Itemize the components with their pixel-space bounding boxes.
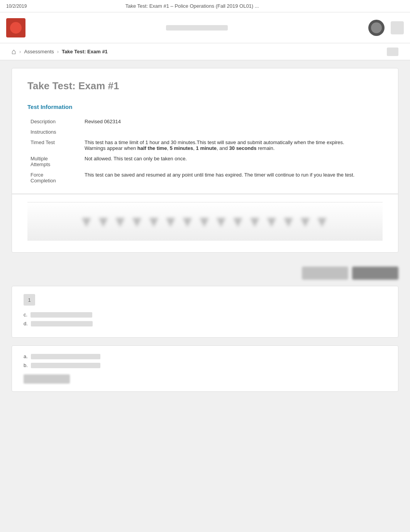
answer-option-d: d.: [24, 321, 386, 326]
question-1-number: 1: [24, 294, 35, 306]
header-row: [0, 12, 410, 43]
blurred-content: ▼▼▼▼▼▼▼▼▼▼▼▼▼▼▼: [79, 213, 331, 230]
cancel-button[interactable]: [302, 267, 348, 280]
answer-option-b: b.: [24, 362, 386, 368]
multiple-attempts-label: MultipleAttempts: [27, 153, 81, 170]
timed-test-value: This test has a time limit of 1 hour and…: [81, 137, 383, 153]
logo-icon: [10, 22, 22, 34]
page-title: Take Test: Exam #1: [27, 80, 383, 92]
top-bar-date: 10/2/2019: [6, 3, 27, 9]
breadcrumb-current: Take Test: Exam #1: [62, 49, 108, 54]
avatar[interactable]: [368, 20, 385, 36]
top-bar-title: Take Test: Exam #1 – Police Operations (…: [27, 3, 357, 9]
option-a-text[interactable]: [31, 354, 100, 359]
breadcrumb: ⌂ › Assessments › Take Test: Exam #1: [0, 43, 410, 60]
option-d-text[interactable]: [31, 321, 93, 326]
test-info-table: Description Revised 062314 Instructions …: [27, 116, 383, 186]
instructions-label: Instructions: [27, 127, 81, 137]
breadcrumb-separator-2: ›: [57, 49, 59, 54]
description-label: Description: [27, 116, 81, 127]
header-right: [368, 20, 404, 36]
breadcrumb-separator: ›: [19, 49, 21, 54]
table-row: MultipleAttempts Not allowed. This test …: [27, 153, 383, 170]
menu-icon[interactable]: [391, 21, 404, 34]
option-c-label: c.: [24, 312, 27, 318]
test-info-card: Take Test: Exam #1 Test Information Desc…: [12, 68, 398, 253]
table-row: Timed Test This test has a time limit of…: [27, 137, 383, 153]
breadcrumb-options[interactable]: [387, 48, 398, 56]
question-1-card: 1 c. d.: [12, 286, 398, 338]
force-completion-label: ForceCompletion: [27, 170, 81, 186]
option-b-text[interactable]: [31, 363, 100, 368]
button-area: [12, 260, 398, 286]
option-c-text[interactable]: [30, 312, 92, 318]
question-2-card: a. b.: [12, 345, 398, 392]
force-completion-value: This test can be saved and resumed at an…: [81, 170, 383, 186]
avatar-image: [371, 22, 382, 33]
question-2-action-button[interactable]: [24, 374, 70, 384]
header-center-text: [166, 25, 228, 31]
top-bar: 10/2/2019 Take Test: Exam #1 – Police Op…: [0, 0, 410, 12]
option-a-label: a.: [24, 354, 28, 359]
test-info-section: Test Information Description Revised 062…: [27, 104, 383, 186]
answer-option-c: c.: [24, 312, 386, 318]
submit-button[interactable]: [352, 267, 398, 280]
instructions-value: [81, 127, 383, 137]
main-content: Take Test: Exam #1 Test Information Desc…: [0, 60, 410, 407]
multiple-attempts-value: Not allowed. This test can only be taken…: [81, 153, 383, 170]
timed-test-label: Timed Test: [27, 137, 81, 153]
option-d-label: d.: [24, 321, 28, 326]
home-icon[interactable]: ⌂: [12, 47, 16, 56]
answer-option-a: a.: [24, 354, 386, 359]
card-blurred-section: ▼▼▼▼▼▼▼▼▼▼▼▼▼▼▼: [27, 202, 383, 241]
table-row: Instructions: [27, 127, 383, 137]
description-value: Revised 062314: [81, 116, 383, 127]
table-row: ForceCompletion This test can be saved a…: [27, 170, 383, 186]
test-info-heading: Test Information: [27, 104, 383, 110]
option-b-label: b.: [24, 362, 28, 368]
breadcrumb-assessments-link[interactable]: Assessments: [24, 49, 54, 54]
site-logo: [6, 18, 25, 37]
card-divider: [12, 194, 398, 194]
header-center: [25, 25, 368, 31]
table-row: Description Revised 062314: [27, 116, 383, 127]
